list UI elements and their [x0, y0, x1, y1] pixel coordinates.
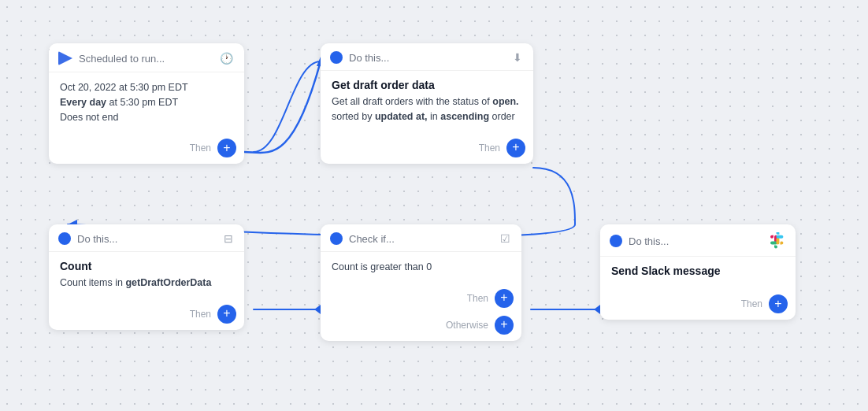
trigger-header-left: Scheduled to run... [58, 51, 165, 65]
get-data-then-label: Then [479, 143, 500, 154]
slack-logo-icon [767, 232, 785, 250]
check-otherwise-label: Otherwise [446, 320, 488, 331]
slack-then-label: Then [741, 298, 762, 309]
trigger-card-header: Scheduled to run... 🕐 [49, 43, 244, 72]
count-title: Count [60, 260, 233, 272]
check-otherwise-add-button[interactable] [495, 316, 514, 335]
check-otherwise-footer: Otherwise [321, 314, 521, 341]
get-data-header-left: Do this... [330, 51, 389, 64]
trigger-icon [58, 51, 72, 65]
get-data-header: Do this... ⬇ [321, 43, 533, 71]
count-add-button[interactable] [217, 305, 236, 324]
check-body-text: Count is greater than 0 [332, 260, 510, 275]
count-header: Do this... ⊟ [49, 224, 244, 252]
sliders-icon[interactable]: ⊟ [224, 232, 233, 245]
slack-footer: Then [600, 290, 796, 320]
trigger-card: Scheduled to run... 🕐 Oct 20, 2022 at 5:… [49, 43, 244, 164]
count-footer: Then [49, 300, 244, 330]
check-then-add-button[interactable] [495, 289, 514, 308]
count-header-label: Do this... [77, 233, 117, 245]
svg-marker-3 [594, 305, 600, 314]
count-card: Do this... ⊟ Count Count items in getDra… [49, 224, 244, 330]
slack-title: Send Slack message [611, 265, 785, 277]
trigger-header-label: Scheduled to run... [79, 53, 165, 65]
trigger-card-footer: Then [49, 134, 244, 164]
get-data-action-icon [330, 51, 343, 64]
download-icon[interactable]: ⬇ [513, 51, 522, 64]
check-header-label: Check if... [349, 233, 395, 245]
get-data-title: Get draft order data [332, 79, 522, 91]
slack-header-left: Do this... [610, 235, 669, 247]
svg-marker-2 [314, 305, 321, 314]
check-card: Check if... ☑ Count is greater than 0 Th… [321, 224, 521, 341]
get-data-body: Get draft order data Get all draft order… [321, 71, 533, 134]
clock-icon[interactable]: 🕐 [220, 52, 233, 65]
count-header-left: Do this... [58, 232, 117, 245]
slack-header-label: Do this... [629, 235, 669, 247]
get-data-header-label: Do this... [349, 52, 389, 64]
slack-header: Do this... [600, 224, 796, 257]
count-then-label: Then [190, 309, 211, 320]
check-header: Check if... ☑ [321, 224, 521, 252]
slack-card: Do this... Send Slack message Then [600, 224, 796, 320]
trigger-card-body: Oct 20, 2022 at 5:30 pm EDT Every day at… [49, 72, 244, 134]
check-then-label: Then [467, 293, 488, 304]
get-data-desc: Get all draft orders with the status of … [332, 94, 522, 124]
count-action-icon [58, 232, 71, 245]
trigger-body-line2: Every day at 5:30 pm EDT [60, 95, 233, 110]
slack-body: Send Slack message [600, 257, 796, 290]
trigger-add-button[interactable] [217, 139, 236, 157]
slack-add-button[interactable] [769, 294, 788, 313]
get-data-add-button[interactable] [506, 139, 525, 157]
checklist-icon[interactable]: ☑ [500, 232, 510, 245]
check-header-left: Check if... [330, 232, 395, 245]
trigger-then-label: Then [190, 143, 211, 154]
get-data-card: Do this... ⬇ Get draft order data Get al… [321, 43, 533, 164]
count-desc: Count items in getDraftOrderData [60, 276, 233, 291]
slack-action-icon [610, 235, 622, 247]
count-body: Count Count items in getDraftOrderData [49, 252, 244, 300]
trigger-body-line3: Does not end [60, 110, 233, 125]
check-body: Count is greater than 0 [321, 252, 521, 284]
check-then-footer: Then [321, 284, 521, 314]
check-action-icon [330, 232, 343, 245]
trigger-body-line1: Oct 20, 2022 at 5:30 pm EDT [60, 80, 233, 95]
get-data-footer: Then [321, 134, 533, 164]
